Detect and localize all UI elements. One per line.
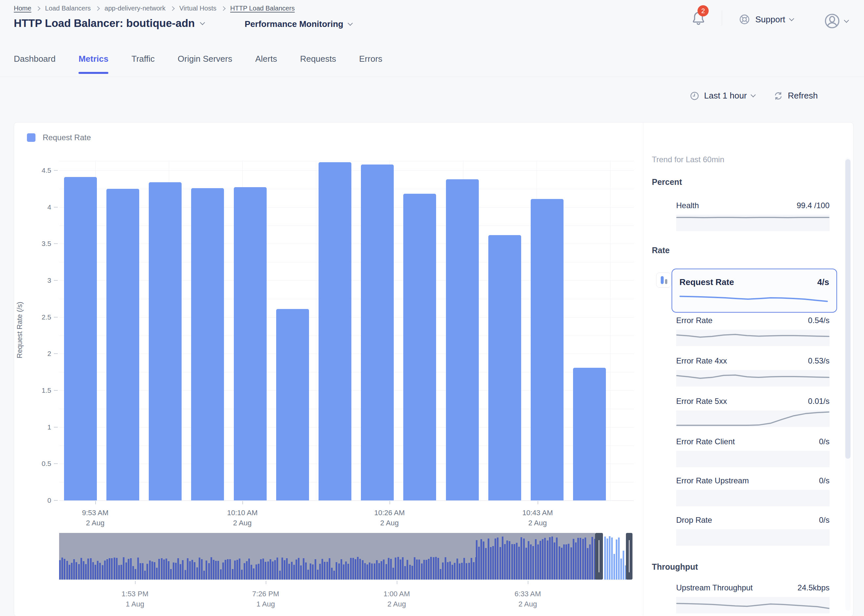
brush-bar — [194, 562, 195, 580]
brush-bar — [471, 558, 472, 580]
brush-bar — [175, 563, 177, 580]
brush-bar — [582, 539, 584, 580]
brush-bar — [107, 559, 108, 580]
brush-bar — [189, 561, 191, 580]
brush-bar — [497, 537, 498, 580]
brush-bar — [390, 559, 392, 580]
brush-bar — [540, 541, 541, 580]
metric-label: Error Rate 4xx — [676, 356, 727, 365]
y-axis-tick — [54, 207, 58, 207]
brush-bar — [483, 541, 484, 580]
brush-bar — [298, 558, 300, 580]
brush-bar — [288, 564, 290, 580]
y-axis-label: 0.5 — [31, 460, 51, 468]
metric-row-error-rate-client[interactable]: Error Rate Client0/s — [676, 437, 829, 467]
tab-origin-servers[interactable]: Origin Servers — [178, 54, 232, 74]
page-title-selector[interactable]: HTTP Load Balancer: boutique-adn — [14, 17, 204, 30]
brush-bar — [466, 563, 467, 580]
brush-bar — [563, 544, 565, 580]
breadcrumb-http-load-balancers[interactable]: HTTP Load Balancers — [230, 5, 295, 12]
trend-area — [676, 490, 829, 506]
brush-bar — [395, 558, 396, 580]
brush-bar — [492, 546, 494, 580]
refresh-icon — [773, 91, 783, 101]
brush-bar — [307, 570, 309, 580]
brush-handle-right[interactable] — [626, 533, 633, 580]
brush-handle-left[interactable] — [595, 533, 603, 580]
brush-bar — [400, 559, 401, 580]
time-range-button[interactable]: Last 1 hour — [690, 91, 755, 101]
brush-bar — [591, 537, 593, 580]
brush-bar — [104, 561, 106, 580]
brush-bar — [312, 564, 314, 580]
brush-bar — [336, 562, 337, 580]
tab-alerts[interactable]: Alerts — [255, 54, 277, 74]
brush-bar — [502, 537, 503, 580]
breadcrumb-namespace[interactable]: app-delivery-network — [104, 5, 165, 12]
tab-dashboard[interactable]: Dashboard — [14, 54, 55, 74]
brush-axis-line — [59, 580, 632, 580]
request-rate-bar — [488, 235, 521, 500]
brush-selection-bar — [621, 559, 622, 580]
metric-row-drop-rate[interactable]: Drop Rate0/s — [676, 515, 829, 546]
brush-bar — [163, 559, 165, 580]
metric-row-request-rate[interactable]: Request Rate4/s — [672, 269, 837, 313]
brush-bar — [341, 559, 342, 580]
brush-bar — [87, 559, 89, 580]
brush-selection-bar — [604, 537, 606, 580]
bar-chart-icon[interactable] — [656, 273, 671, 288]
tab-metrics[interactable]: Metrics — [79, 54, 108, 74]
brush-bar — [206, 561, 207, 580]
brush-bar — [243, 563, 245, 580]
brush-bar — [518, 547, 520, 580]
refresh-button[interactable]: Refresh — [773, 91, 818, 101]
metric-row-health[interactable]: Health99.4 /100 — [676, 201, 829, 231]
support-menu[interactable]: Support — [738, 13, 793, 26]
brush-bar — [437, 558, 439, 580]
request-rate-bar — [361, 165, 394, 500]
breadcrumb-virtual-hosts[interactable]: Virtual Hosts — [179, 5, 217, 12]
brush-bar — [317, 570, 319, 580]
brush-bar — [211, 557, 212, 580]
brush-bar — [525, 548, 527, 580]
metric-row-error-rate-upstream[interactable]: Error Rate Upstream0/s — [676, 476, 829, 506]
trend-area — [676, 597, 829, 613]
chart-legend[interactable]: Request Rate — [27, 133, 91, 142]
life-ring-icon — [738, 13, 751, 26]
brush-bar — [418, 559, 420, 580]
brush-bar — [196, 567, 198, 580]
metric-row-error-rate[interactable]: Error Rate0.54/s — [676, 316, 829, 346]
chevron-right-icon — [170, 6, 175, 11]
brush-selection-bar — [618, 537, 620, 580]
card-divider — [643, 123, 643, 616]
breadcrumb-home[interactable]: Home — [14, 5, 31, 12]
brush-bar — [430, 557, 432, 580]
metric-row-error-rate-5xx[interactable]: Error Rate 5xx0.01/s — [676, 397, 829, 427]
brush-bar — [504, 544, 506, 580]
legend-label: Request Rate — [43, 133, 91, 142]
brush-bar — [213, 560, 214, 580]
brush-bar — [459, 563, 460, 580]
brush-bar — [568, 544, 569, 580]
brush-bar — [570, 547, 572, 580]
brush-bar — [158, 559, 160, 580]
metric-row-upstream-throughput[interactable]: Upstream Throughput24.5kbps — [676, 583, 829, 613]
breadcrumb-load-balancers[interactable]: Load Balancers — [45, 5, 91, 12]
request-rate-bar — [107, 189, 139, 500]
brush-bar — [295, 559, 297, 580]
tab-traffic[interactable]: Traffic — [131, 54, 155, 74]
brush-bar — [99, 563, 101, 580]
metric-row-error-rate-4xx[interactable]: Error Rate 4xx0.53/s — [676, 356, 829, 387]
brush-bar — [514, 544, 515, 580]
brush-bar — [414, 557, 415, 580]
scrollbar-thumb[interactable] — [845, 159, 851, 459]
brush-bar — [327, 562, 328, 580]
account-menu[interactable] — [824, 13, 848, 30]
brush-bar — [454, 563, 456, 580]
tab-requests[interactable]: Requests — [300, 54, 336, 74]
view-selector[interactable]: Performance Monitoring — [245, 19, 352, 29]
request-rate-bar — [446, 179, 479, 500]
tab-errors[interactable]: Errors — [359, 54, 383, 74]
y-axis-label: 1.5 — [31, 387, 51, 394]
brush-bar — [463, 558, 465, 580]
